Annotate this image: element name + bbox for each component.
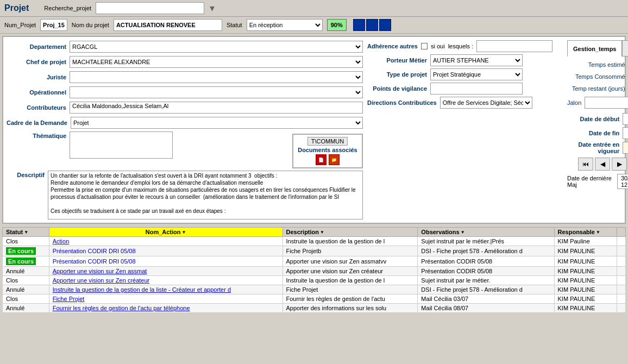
cell-extra <box>617 256 625 267</box>
cell-observations: Présentation CODIR 05/08 <box>418 256 554 267</box>
status-badge: Annulé <box>6 305 24 311</box>
gestion-table: Temps estimé 0,00 Temps Consommé Temp re… <box>567 59 628 95</box>
cell-statut: En cours <box>3 246 49 256</box>
juriste-value <box>70 71 363 83</box>
sort-icon-obs: ▼ <box>461 230 465 235</box>
cell-nom-action[interactable]: Instruite la question de la gestion de l… <box>49 285 282 294</box>
cell-description: Apporter une vision sur Zen créateur <box>282 267 418 276</box>
descriptif-textarea[interactable]: Un chantier sur la refonte de l'actualis… <box>48 171 363 219</box>
tab-gestion-temps[interactable]: Gestion_temps <box>567 40 622 57</box>
cell-description: Fiche Projetb <box>282 246 418 256</box>
status-badge: Clos <box>6 238 18 244</box>
left-column: Departement RGACGL Chef de projet MACHTA… <box>7 40 363 219</box>
operationnel-select[interactable] <box>70 86 363 98</box>
contributeurs-value: Cécilia Maldonado,Jessica Selam,Al <box>70 102 363 114</box>
cadre-select[interactable]: Projet <box>71 117 363 129</box>
type-projet-select[interactable]: Projet Stratégique <box>430 68 523 80</box>
porteur-metier-select[interactable]: AUTIER STEPHANE <box>430 54 523 66</box>
statut-select[interactable]: En réception <box>247 19 323 31</box>
descriptif-row: Descriptif Un chantier sur la refonte de… <box>7 171 363 219</box>
statut-header: Statut ▼ <box>6 229 46 235</box>
responsable-header: Responsable ▼ <box>558 229 613 235</box>
nav-row: ⏮ ◀ ▶ ⏭ 🔍 <box>567 158 628 171</box>
directions-select[interactable]: Offre de Services Digitale; Sécuris <box>440 97 532 109</box>
nav-btn-blue-3[interactable] <box>379 19 391 31</box>
cell-nom-action[interactable]: Fournir les règles de gestion de l'actu … <box>49 304 282 313</box>
operationnel-value <box>70 86 363 98</box>
app-title: Projet <box>4 3 29 13</box>
cell-description: Instruite la question de la gestion de l <box>282 276 418 285</box>
nom-action-link[interactable]: Instruite la question de la gestion de l… <box>53 286 231 293</box>
table-row: Annulé Instruite la question de la gesti… <box>3 285 626 294</box>
cell-nom-action[interactable]: Fiche Projet <box>49 294 282 304</box>
points-vigilance-label: Points de vigilance <box>367 85 427 92</box>
derniere-maj-value: 30/09/2021 12:48:35 <box>617 174 628 189</box>
gestion-tabs: Gestion_temps Gestion des coûts <box>567 40 628 57</box>
date-debut-input[interactable] <box>623 113 628 125</box>
lesquels-input[interactable] <box>476 40 552 52</box>
cell-responsable: KIM PAULINE <box>554 304 617 313</box>
thematique-input[interactable] <box>70 131 173 159</box>
status-badge: Annulé <box>6 268 24 274</box>
cell-observations: Sujet instruit par le métier.|Prés <box>418 237 554 246</box>
nom-action-link[interactable]: Fournir les règles de gestion de l'actu … <box>53 305 190 311</box>
cell-description: Instruite la question de la gestion de l <box>282 237 418 246</box>
nav-btn-blue-2[interactable] <box>366 19 378 31</box>
contributeurs-display: Cécilia Maldonado,Jessica Selam,Al <box>70 102 363 114</box>
derniere-maj-row: Date de dernière Maj 30/09/2021 12:48:35 <box>567 174 628 189</box>
recherche-input[interactable] <box>96 2 204 14</box>
doc-icon-1[interactable]: 📄 <box>316 154 326 165</box>
table-row: Annulé Fournir les règles de gestion de … <box>3 304 626 313</box>
contributeurs-label: Contributeurs <box>7 104 66 111</box>
status-badge: En cours <box>6 247 36 255</box>
statut-label: Statut <box>227 22 242 28</box>
points-vigilance-input[interactable] <box>430 83 523 95</box>
nav-next-btn[interactable]: ▶ <box>612 158 627 171</box>
chef-projet-select[interactable]: MACHTALERE ALEXANDRE <box>70 56 363 68</box>
nom-action-text: Présentation CODIR DRI 05/08 <box>53 258 136 265</box>
dropdown-arrow-icon: ▾ <box>210 2 215 14</box>
docs-icons: 📄 📁 <box>296 154 360 165</box>
nav-prev-btn[interactable]: ◀ <box>595 158 610 171</box>
thematique-label: Thématique <box>7 131 66 139</box>
chef-projet-label: Chef de projet <box>7 59 66 65</box>
status-badge: Clos <box>6 296 18 302</box>
adherence-section: Adhérence autres si oui lesquels : <box>367 40 563 52</box>
tab-gestion-couts[interactable]: Gestion des coûts <box>622 40 628 57</box>
nav-buttons-top <box>353 19 391 31</box>
nav-btn-blue-1[interactable] <box>353 19 365 31</box>
bottom-section: Statut ▼ Nom_Action ▼ Description ▼ <box>2 226 626 313</box>
docs-btn[interactable]: T\COMMUN <box>307 137 348 146</box>
date-vigueur-input[interactable] <box>623 142 628 154</box>
nav-first-btn[interactable]: ⏮ <box>578 158 593 171</box>
departement-select[interactable]: RGACGL <box>70 41 363 53</box>
juriste-row: Juriste <box>7 71 363 84</box>
jalon-input[interactable] <box>585 97 628 109</box>
nom-action-link[interactable]: Action <box>53 238 70 244</box>
cell-nom-action[interactable]: Présentation CODIR DRI 05/08 <box>49 256 282 267</box>
departement-label: Departement <box>7 43 66 50</box>
cell-nom-action[interactable]: Apporter une vision sur Zen créateur <box>49 276 282 285</box>
nom-action-link[interactable]: Apporter une vision sur Zen créateur <box>53 277 150 284</box>
cell-responsable: KIM PAULINE <box>554 276 617 285</box>
juriste-select[interactable] <box>70 71 363 83</box>
cell-nom-action[interactable]: Présentation CODIR DRI 05/08 <box>49 246 282 256</box>
cell-statut: Clos <box>3 294 49 304</box>
cell-observations: Mail Cécilia 03/07 <box>418 294 554 304</box>
date-fin-row: Date de fin <box>567 127 628 139</box>
status-badge: Annulé <box>6 286 24 293</box>
cell-description: Apporter des informations sur les solu <box>282 304 418 313</box>
progress-badge: 90% <box>327 19 347 31</box>
doc-icon-2[interactable]: 📁 <box>329 154 340 165</box>
cell-description: Fournir les règles de gestion de l'actu <box>282 294 418 304</box>
num-projet-value: Proj_15 <box>40 19 67 31</box>
cell-extra <box>617 304 625 313</box>
cell-nom-action[interactable]: Action <box>49 237 282 246</box>
date-fin-input[interactable] <box>623 127 628 139</box>
adherence-checkbox[interactable] <box>421 43 428 49</box>
cell-nom-action[interactable]: Apporter une vision sur Zen assmat <box>49 267 282 276</box>
nom-action-link[interactable]: Fiche Projet <box>53 296 85 302</box>
nom-action-text: Présentation CODIR DRI 05/08 <box>53 248 136 254</box>
nom-action-link[interactable]: Apporter une vision sur Zen assmat <box>53 268 147 274</box>
status-badge: En cours <box>6 258 36 265</box>
